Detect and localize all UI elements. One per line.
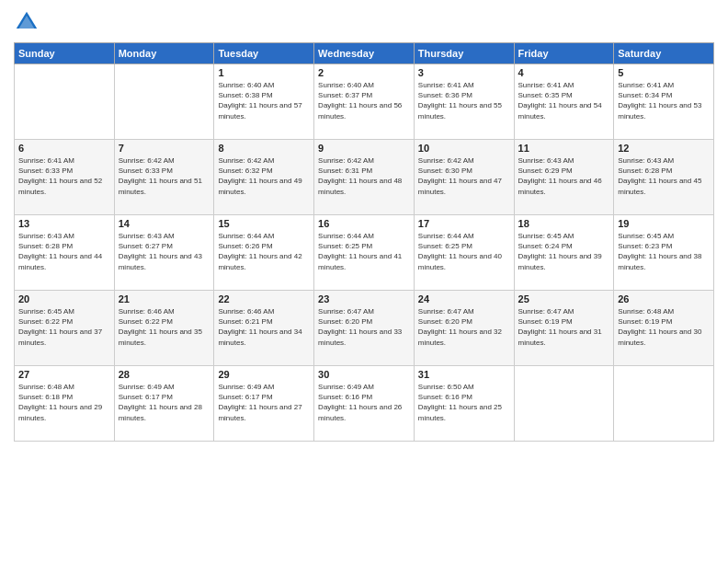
calendar-week-2: 6Sunrise: 6:41 AMSunset: 6:33 PMDaylight… [15,140,714,215]
calendar-cell: 2Sunrise: 6:40 AMSunset: 6:37 PMDaylight… [314,64,415,140]
calendar-cell: 31Sunrise: 6:50 AMSunset: 6:16 PMDayligh… [414,366,514,442]
calendar-cell: 24Sunrise: 6:47 AMSunset: 6:20 PMDayligh… [414,291,514,366]
day-info: Sunrise: 6:43 AMSunset: 6:27 PMDaylight:… [119,231,210,272]
day-number: 10 [418,143,510,154]
day-info: Sunrise: 6:42 AMSunset: 6:31 PMDaylight:… [318,155,410,197]
day-info: Sunrise: 6:47 AMSunset: 6:20 PMDaylight:… [318,306,410,348]
day-info: Sunrise: 6:48 AMSunset: 6:18 PMDaylight:… [18,382,110,423]
day-number: 31 [418,369,510,380]
day-number: 6 [18,143,110,154]
calendar-cell: 9Sunrise: 6:42 AMSunset: 6:31 PMDaylight… [314,140,415,215]
day-info: Sunrise: 6:47 AMSunset: 6:19 PMDaylight:… [518,306,610,348]
day-info: Sunrise: 6:45 AMSunset: 6:23 PMDaylight:… [618,231,710,272]
day-number: 15 [218,218,310,229]
calendar-week-4: 20Sunrise: 6:45 AMSunset: 6:22 PMDayligh… [15,291,714,366]
calendar-cell: 25Sunrise: 6:47 AMSunset: 6:19 PMDayligh… [514,291,614,366]
page: SundayMondayTuesdayWednesdayThursdayFrid… [0,0,728,563]
calendar-cell: 20Sunrise: 6:45 AMSunset: 6:22 PMDayligh… [15,291,115,366]
day-info: Sunrise: 6:43 AMSunset: 6:29 PMDaylight:… [518,155,610,197]
calendar-cell: 6Sunrise: 6:41 AMSunset: 6:33 PMDaylight… [15,140,115,215]
day-header-tuesday: Tuesday [214,43,314,64]
calendar-cell: 19Sunrise: 6:45 AMSunset: 6:23 PMDayligh… [614,215,714,291]
calendar-table: SundayMondayTuesdayWednesdayThursdayFrid… [14,42,714,442]
day-header-sunday: Sunday [15,43,115,64]
calendar-cell: 21Sunrise: 6:46 AMSunset: 6:22 PMDayligh… [114,291,214,366]
day-number: 3 [418,67,510,78]
day-info: Sunrise: 6:49 AMSunset: 6:17 PMDaylight:… [119,382,210,423]
logo [14,9,41,35]
day-header-thursday: Thursday [414,43,514,64]
day-number: 23 [318,293,410,304]
calendar-cell: 17Sunrise: 6:44 AMSunset: 6:25 PMDayligh… [414,215,514,291]
header [14,9,714,35]
day-info: Sunrise: 6:50 AMSunset: 6:16 PMDaylight:… [418,382,510,423]
calendar-week-3: 13Sunrise: 6:43 AMSunset: 6:28 PMDayligh… [15,215,714,291]
day-info: Sunrise: 6:45 AMSunset: 6:22 PMDaylight:… [18,306,110,348]
day-info: Sunrise: 6:48 AMSunset: 6:19 PMDaylight:… [618,306,710,348]
day-info: Sunrise: 6:49 AMSunset: 6:16 PMDaylight:… [318,382,410,423]
calendar-cell [514,366,614,442]
day-info: Sunrise: 6:46 AMSunset: 6:22 PMDaylight:… [119,306,210,348]
calendar-cell: 16Sunrise: 6:44 AMSunset: 6:25 PMDayligh… [314,215,415,291]
calendar-week-1: 1Sunrise: 6:40 AMSunset: 6:38 PMDaylight… [15,64,714,140]
day-info: Sunrise: 6:43 AMSunset: 6:28 PMDaylight:… [18,231,110,272]
day-number: 9 [318,143,410,154]
calendar-cell: 3Sunrise: 6:41 AMSunset: 6:36 PMDaylight… [414,64,514,140]
calendar-cell: 23Sunrise: 6:47 AMSunset: 6:20 PMDayligh… [314,291,415,366]
calendar-cell: 29Sunrise: 6:49 AMSunset: 6:17 PMDayligh… [214,366,314,442]
day-info: Sunrise: 6:40 AMSunset: 6:37 PMDaylight:… [318,80,410,121]
calendar-cell: 27Sunrise: 6:48 AMSunset: 6:18 PMDayligh… [15,366,115,442]
day-info: Sunrise: 6:44 AMSunset: 6:25 PMDaylight:… [318,231,410,272]
day-header-monday: Monday [114,43,214,64]
day-number: 18 [518,218,610,229]
day-number: 16 [318,218,410,229]
day-info: Sunrise: 6:43 AMSunset: 6:28 PMDaylight:… [618,155,710,197]
day-number: 11 [518,143,610,154]
calendar-cell: 18Sunrise: 6:45 AMSunset: 6:24 PMDayligh… [514,215,614,291]
day-info: Sunrise: 6:41 AMSunset: 6:35 PMDaylight:… [518,80,610,121]
day-info: Sunrise: 6:42 AMSunset: 6:30 PMDaylight:… [418,155,510,197]
calendar-cell: 8Sunrise: 6:42 AMSunset: 6:32 PMDaylight… [214,140,314,215]
day-number: 21 [119,293,210,304]
calendar-cell: 5Sunrise: 6:41 AMSunset: 6:34 PMDaylight… [614,64,714,140]
day-info: Sunrise: 6:41 AMSunset: 6:33 PMDaylight:… [18,155,110,197]
day-number: 8 [218,143,310,154]
calendar-cell: 13Sunrise: 6:43 AMSunset: 6:28 PMDayligh… [15,215,115,291]
calendar-cell: 4Sunrise: 6:41 AMSunset: 6:35 PMDaylight… [514,64,614,140]
calendar-cell: 10Sunrise: 6:42 AMSunset: 6:30 PMDayligh… [414,140,514,215]
day-header-saturday: Saturday [614,43,714,64]
day-number: 27 [18,369,110,380]
calendar-cell: 30Sunrise: 6:49 AMSunset: 6:16 PMDayligh… [314,366,415,442]
day-number: 29 [218,369,310,380]
calendar-cell: 15Sunrise: 6:44 AMSunset: 6:26 PMDayligh… [214,215,314,291]
day-info: Sunrise: 6:41 AMSunset: 6:34 PMDaylight:… [618,80,710,121]
day-number: 7 [119,143,210,154]
day-info: Sunrise: 6:44 AMSunset: 6:25 PMDaylight:… [418,231,510,272]
calendar-cell [15,64,115,140]
day-number: 13 [18,218,110,229]
calendar-cell: 22Sunrise: 6:46 AMSunset: 6:21 PMDayligh… [214,291,314,366]
day-info: Sunrise: 6:46 AMSunset: 6:21 PMDaylight:… [218,306,310,348]
calendar-cell: 11Sunrise: 6:43 AMSunset: 6:29 PMDayligh… [514,140,614,215]
day-number: 22 [218,293,310,304]
day-header-wednesday: Wednesday [314,43,415,64]
calendar-cell: 12Sunrise: 6:43 AMSunset: 6:28 PMDayligh… [614,140,714,215]
day-number: 2 [318,67,410,78]
day-info: Sunrise: 6:42 AMSunset: 6:33 PMDaylight:… [119,155,210,197]
day-number: 17 [418,218,510,229]
calendar-cell: 14Sunrise: 6:43 AMSunset: 6:27 PMDayligh… [114,215,214,291]
day-info: Sunrise: 6:47 AMSunset: 6:20 PMDaylight:… [418,306,510,348]
day-number: 14 [119,218,210,229]
day-info: Sunrise: 6:42 AMSunset: 6:32 PMDaylight:… [218,155,310,197]
day-number: 4 [518,67,610,78]
day-header-friday: Friday [514,43,614,64]
calendar-header-row: SundayMondayTuesdayWednesdayThursdayFrid… [15,43,714,64]
day-info: Sunrise: 6:41 AMSunset: 6:36 PMDaylight:… [418,80,510,121]
day-number: 24 [418,293,510,304]
day-number: 20 [18,293,110,304]
day-number: 1 [218,67,310,78]
day-info: Sunrise: 6:49 AMSunset: 6:17 PMDaylight:… [218,382,310,423]
day-number: 19 [618,218,710,229]
day-number: 28 [119,369,210,380]
calendar-cell: 1Sunrise: 6:40 AMSunset: 6:38 PMDaylight… [214,64,314,140]
